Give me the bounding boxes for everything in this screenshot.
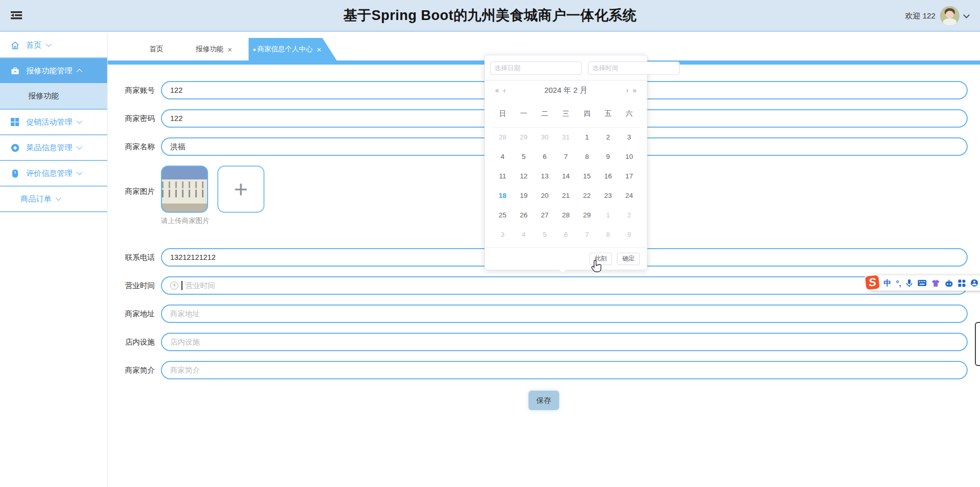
toolbox-grid-icon[interactable] [958,279,966,287]
calendar-day[interactable]: 5 [534,225,555,245]
review-icon [10,168,20,178]
calendar-day[interactable]: 7 [555,147,576,167]
calendar-day[interactable]: 26 [513,206,534,225]
tab-home[interactable]: 首页 [128,38,185,60]
save-button[interactable]: 保存 [528,391,559,410]
calendar-day[interactable]: 20 [534,186,555,206]
calendar-day[interactable]: 1 [577,128,598,147]
welcome-text: 欢迎 122 [905,11,935,21]
skin-icon[interactable] [931,279,940,287]
calendar-day[interactable]: 4 [513,225,534,245]
picker-date-input[interactable] [490,62,582,75]
calendar-day[interactable]: 14 [555,167,576,186]
weekday-label: 一 [513,100,534,128]
business-hours-input[interactable]: 营业时间 [161,276,968,295]
sidebar: 首页 报修功能管理 报修功能 促销活动管理 菜品信息管理 评价信息管理 商品订单 [0,33,108,487]
calendar-day[interactable]: 8 [577,147,598,167]
scrollbar-thumb[interactable] [975,322,980,366]
sidebar-item-review-mgmt[interactable]: 评价信息管理 [0,161,107,187]
calendar-day[interactable]: 3 [492,225,513,245]
chevron-up-icon [76,69,82,74]
calendar-day[interactable]: 10 [619,147,640,167]
calendar-day[interactable]: 16 [598,167,619,186]
calendar-day[interactable]: 1 [598,206,619,225]
confirm-button[interactable]: 确定 [617,253,640,265]
sogou-logo[interactable]: S [864,274,881,291]
dish-icon [10,143,20,153]
calendar-day[interactable]: 28 [555,206,576,225]
sidebar-item-label: 菜品信息管理 [26,143,72,153]
calendar-day[interactable]: 28 [492,128,513,147]
calendar-day[interactable]: 9 [598,147,619,167]
calendar-day[interactable]: 25 [492,206,513,225]
calendar-day[interactable]: 11 [492,167,513,186]
sidebar-item-orders[interactable]: 商品订单 [0,187,107,212]
calendar-day[interactable]: 2 [598,128,619,147]
calendar-day[interactable]: 21 [555,186,576,206]
datetime-picker-popup: « ‹ 2024 年 2 月 › » 日 一 二 三 四 五 六 2829303… [484,55,647,270]
calendar-day[interactable]: 24 [619,186,640,206]
calendar-day[interactable]: 19 [513,186,534,206]
field-label: 商家图片 [108,187,155,196]
home-icon [10,40,20,50]
close-tab-icon[interactable]: × [228,46,232,53]
calendar-day[interactable]: 12 [513,167,534,186]
facilities-input[interactable] [161,333,968,351]
next-month-icon[interactable]: › [624,86,631,94]
calendar-day[interactable]: 31 [555,128,576,147]
calendar-day[interactable]: 15 [577,167,598,186]
chevron-down-icon[interactable] [963,12,970,18]
calendar-day[interactable]: 6 [555,225,576,245]
prev-month-icon[interactable]: ‹ [501,86,508,94]
sidebar-item-repair-mgmt[interactable]: 报修功能管理 [0,58,107,83]
calendar-day[interactable]: 23 [598,186,619,206]
upload-image-button[interactable]: + [217,166,264,213]
keyboard-icon[interactable] [917,279,927,287]
sidebar-item-home[interactable]: 首页 [0,33,107,58]
emoji-robot-icon[interactable] [945,279,953,287]
weekday-label: 五 [598,100,619,128]
calendar-day[interactable]: 3 [619,128,640,147]
intro-input[interactable] [161,361,968,379]
avatar[interactable] [940,6,959,26]
prev-year-icon[interactable]: « [493,86,501,94]
calendar-title[interactable]: 2024 年 2 月 [507,86,624,95]
sidebar-subitem-repair[interactable]: 报修功能 [0,83,107,110]
chevron-down-icon [55,195,61,200]
calendar-day[interactable]: 29 [577,206,598,225]
calendar-day[interactable]: 9 [619,225,640,245]
tab-merchant-info[interactable]: 商家信息个人中心 × [249,38,337,60]
calendar-day[interactable]: 13 [534,167,555,186]
calendar-day[interactable]: 27 [534,206,555,225]
more-icon[interactable] [970,279,978,287]
tab-repair[interactable]: 报修功能 × [185,38,243,60]
sidebar-item-dish-mgmt[interactable]: 菜品信息管理 [0,135,107,161]
calendar-day[interactable]: 2 [619,206,640,225]
calendar-day[interactable]: 18 [492,186,513,206]
calendar-day[interactable]: 4 [492,147,513,167]
calendar-day[interactable]: 8 [598,225,619,245]
microphone-icon[interactable] [906,279,913,288]
close-tab-icon[interactable]: × [317,46,321,53]
weekday-label: 四 [577,100,598,128]
punctuation-icon[interactable]: °, [896,279,901,288]
sidebar-item-label: 评价信息管理 [26,169,72,178]
placeholder-text: 营业时间 [186,281,215,291]
calendar-day[interactable]: 6 [534,147,555,167]
calendar-day[interactable]: 7 [577,225,598,245]
sidebar-item-label: 促销活动管理 [26,117,72,127]
sidebar-item-promotion-mgmt[interactable]: 促销活动管理 [0,110,107,135]
address-input[interactable] [161,305,968,323]
chevron-down-icon [76,169,82,175]
calendar-day[interactable]: 22 [577,186,598,206]
merchant-photo-thumbnail[interactable] [161,166,208,213]
now-button[interactable]: 此刻 [589,253,612,265]
picker-time-input[interactable] [588,62,680,75]
chinese-mode-icon[interactable]: 中 [884,278,891,288]
calendar-day[interactable]: 29 [513,128,534,147]
calendar-day[interactable]: 17 [619,167,640,186]
weekday-label: 二 [534,100,555,128]
calendar-day[interactable]: 30 [534,128,555,147]
calendar-day[interactable]: 5 [513,147,534,167]
next-year-icon[interactable]: » [630,86,639,94]
